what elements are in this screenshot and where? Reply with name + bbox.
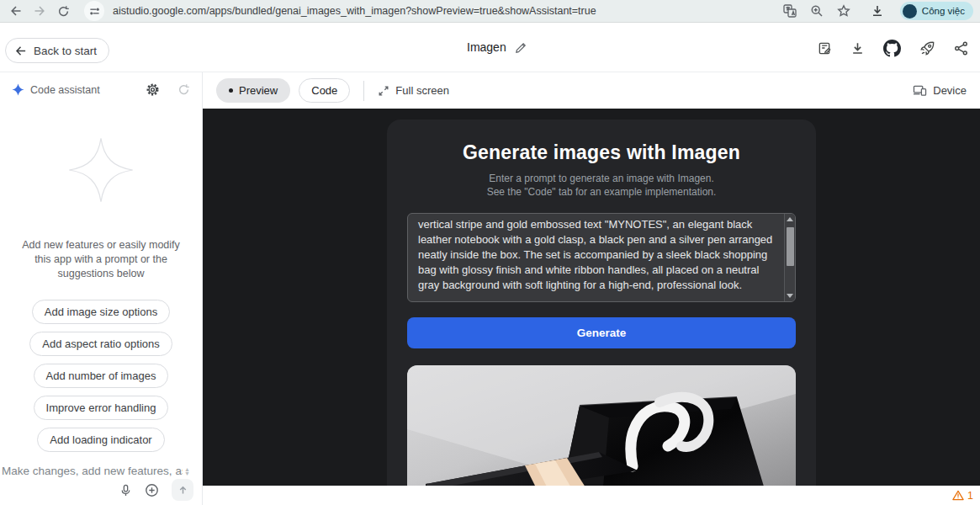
save-app-icon[interactable] (818, 41, 832, 56)
add-attachment-icon[interactable] (145, 483, 159, 497)
code-assistant-panel: Code assistant Add new features or easil… (0, 72, 203, 505)
edit-title-icon[interactable] (515, 41, 527, 54)
browser-back-icon[interactable] (7, 2, 25, 20)
suggestion-image-size[interactable]: Add image size options (32, 300, 170, 324)
suggestion-number-images[interactable]: Add number of images (34, 364, 169, 388)
app-title-text: Imagen (467, 40, 506, 54)
profile-avatar (903, 4, 917, 19)
browser-forward-icon[interactable] (30, 2, 49, 20)
prompt-scrollbar[interactable] (784, 214, 795, 301)
imagen-app-card: Generate images with Imagen Enter a prom… (387, 120, 816, 486)
tab-preview[interactable]: Preview (216, 78, 290, 103)
assistant-prompt-input[interactable] (2, 465, 183, 477)
assistant-description: Add new features or easily modify this a… (17, 238, 185, 281)
fullscreen-icon (378, 85, 389, 97)
assistant-refresh-icon[interactable] (177, 83, 190, 96)
generate-button[interactable]: Generate (407, 317, 796, 348)
prompt-textarea[interactable]: vertical stripe and gold embossed text "… (407, 213, 796, 302)
fullscreen-label: Full screen (395, 84, 449, 97)
deploy-rocket-icon[interactable] (919, 40, 935, 56)
back-to-start-label: Back to start (34, 45, 97, 57)
mic-icon[interactable] (119, 484, 132, 497)
tab-preview-label: Preview (239, 84, 278, 97)
prompt-text: vertical stripe and gold embossed text "… (408, 213, 783, 301)
back-arrow-icon (14, 45, 27, 57)
preview-toolbar: Preview Code Full screen Device (203, 72, 980, 109)
site-info-icon[interactable] (84, 1, 104, 21)
device-icon (913, 84, 927, 97)
toolbar-divider (363, 81, 364, 101)
subtitle-line-2: See the "Code" tab for an example implem… (387, 185, 816, 199)
input-resize-handle[interactable]: ▲▼ (184, 467, 190, 476)
zoom-icon[interactable] (808, 2, 826, 20)
status-bar: 1 (203, 486, 980, 505)
github-icon[interactable] (883, 40, 901, 57)
suggestion-loading-indicator[interactable]: Add loading indicator (37, 428, 164, 452)
device-label: Device (933, 84, 967, 97)
generated-image (407, 365, 796, 486)
device-button[interactable]: Device (913, 84, 967, 97)
scroll-down-icon[interactable] (787, 294, 793, 298)
fullscreen-button[interactable]: Full screen (378, 84, 449, 97)
downloads-icon[interactable] (868, 2, 887, 20)
suggestion-aspect-ratio[interactable]: Add aspect ratio options (29, 332, 172, 356)
sparkle-icon (12, 83, 24, 96)
app-header: Back to start Imagen (0, 24, 980, 72)
browser-refresh-icon[interactable] (54, 2, 72, 20)
bookmark-star-icon[interactable] (834, 2, 853, 20)
up-arrow-icon (177, 485, 188, 496)
error-count[interactable]: 1 (967, 490, 973, 502)
assistant-sparkle-watermark (66, 136, 135, 205)
assistant-settings-icon[interactable] (146, 82, 160, 97)
share-icon[interactable] (954, 41, 968, 56)
active-dot (229, 88, 233, 93)
browser-profile-chip[interactable]: Công việc (900, 2, 973, 20)
scroll-thumb[interactable] (787, 227, 794, 266)
tab-code[interactable]: Code (299, 78, 350, 103)
scroll-up-icon[interactable] (787, 217, 793, 221)
address-bar[interactable]: aistudio.google.com/apps/bundled/genai_i… (113, 5, 776, 17)
app-preview-area: Generate images with Imagen Enter a prom… (203, 109, 980, 486)
imagen-app-subtitle: Enter a prompt to generate an image with… (387, 172, 816, 199)
suggestion-error-handling[interactable]: Improve error handling (34, 396, 169, 420)
warning-icon[interactable] (952, 490, 964, 501)
tab-code-label: Code (311, 84, 337, 97)
assistant-suggestions: Add image size options Add aspect ratio … (0, 300, 202, 452)
download-app-icon[interactable] (850, 41, 865, 56)
assistant-title: Code assistant (30, 84, 100, 96)
back-to-start-button[interactable]: Back to start (5, 38, 109, 63)
profile-name: Công việc (922, 6, 965, 16)
browser-toolbar: aistudio.google.com/apps/bundled/genai_i… (0, 0, 980, 23)
send-prompt-button[interactable] (172, 479, 193, 501)
imagen-app-title: Generate images with Imagen (387, 141, 816, 164)
subtitle-line-1: Enter a prompt to generate an image with… (387, 172, 816, 185)
translate-icon[interactable] (781, 2, 799, 20)
